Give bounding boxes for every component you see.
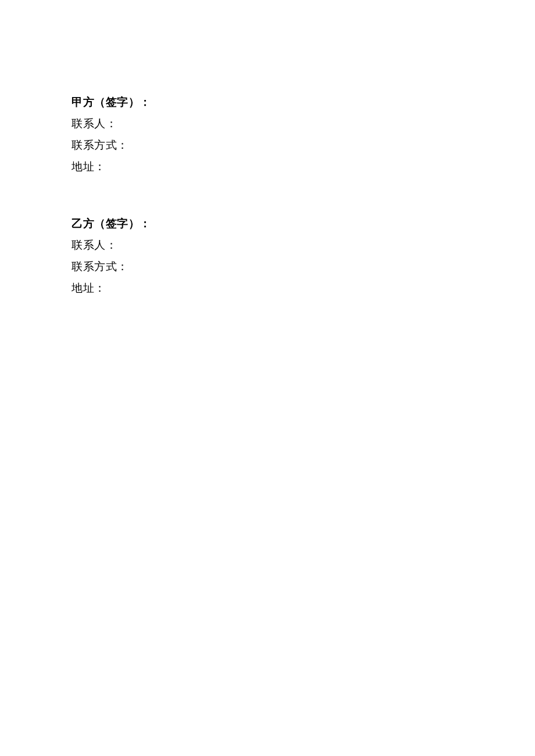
party-b-contact-label: 联系人： xyxy=(72,234,463,256)
party-a-address-label: 地址： xyxy=(72,156,463,177)
party-b-address-label: 地址： xyxy=(72,277,463,299)
party-a-signature-header: 甲方（签字）： xyxy=(72,92,463,113)
party-b-contact-method-label: 联系方式： xyxy=(72,256,463,277)
party-a-contact-label: 联系人： xyxy=(72,113,463,134)
party-b-signature-block: 乙方（签字）： 联系人： 联系方式： 地址： xyxy=(72,213,463,299)
party-a-signature-block: 甲方（签字）： 联系人： 联系方式： 地址： xyxy=(72,92,463,177)
party-a-contact-method-label: 联系方式： xyxy=(72,134,463,156)
party-b-signature-header: 乙方（签字）： xyxy=(72,213,463,234)
